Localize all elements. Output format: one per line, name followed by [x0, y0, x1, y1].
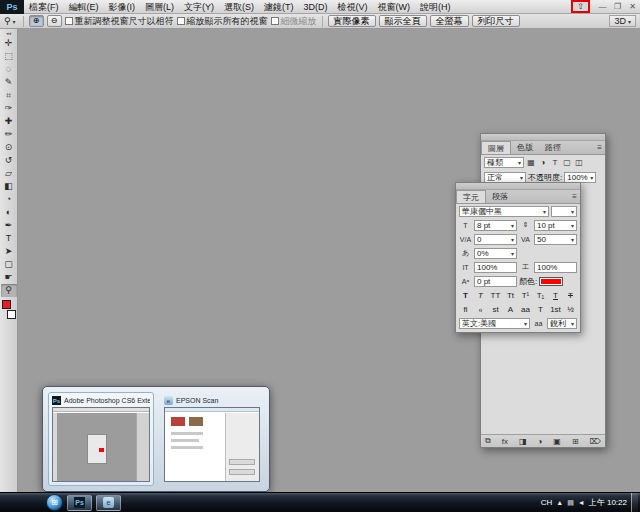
- quick-selection-tool-icon[interactable]: ✎: [1, 76, 17, 89]
- menu-3d[interactable]: 3D(D): [299, 0, 333, 14]
- hand-tool-icon[interactable]: ☛: [1, 271, 17, 284]
- taskbar-button-photoshop[interactable]: Ps: [67, 495, 92, 511]
- show-desktop-button[interactable]: [631, 493, 638, 512]
- resize-windows-checkbox[interactable]: 重新調整視窗尺寸以相符: [65, 15, 174, 28]
- filter-smart-objects-icon[interactable]: ◫: [574, 158, 584, 167]
- zoom-out-mode-button[interactable]: ⊖: [47, 15, 62, 27]
- pen-tool-icon[interactable]: ✒: [1, 219, 17, 232]
- clone-stamp-tool-icon[interactable]: ⊙: [1, 141, 17, 154]
- volume-icon[interactable]: ◄: [578, 499, 585, 506]
- foreground-color-swatch[interactable]: [2, 300, 11, 309]
- layer-style-icon[interactable]: fx: [502, 437, 508, 446]
- brush-tool-icon[interactable]: ✏: [1, 128, 17, 141]
- eyedropper-tool-icon[interactable]: ✑: [1, 102, 17, 115]
- layer-mask-icon[interactable]: ◨: [519, 437, 527, 446]
- photoshop-window-preview[interactable]: [52, 407, 150, 482]
- font-family-dropdown[interactable]: 華康儷中黑: [459, 206, 549, 217]
- tracking-dropdown[interactable]: 50: [534, 234, 577, 245]
- layer-group-icon[interactable]: ▣: [553, 437, 561, 446]
- menu-view[interactable]: 檢視(V): [333, 0, 373, 14]
- filter-adjustment-layers-icon[interactable]: ◑: [538, 158, 548, 167]
- highlighted-launch-icon[interactable]: ⇧: [577, 2, 584, 11]
- print-size-button[interactable]: 列印尺寸: [472, 15, 520, 27]
- crop-tool-icon[interactable]: ⌗: [1, 89, 17, 102]
- new-layer-icon[interactable]: ⊞: [572, 437, 579, 446]
- text-color-swatch[interactable]: [539, 277, 563, 286]
- shape-tool-icon[interactable]: ▢: [1, 258, 17, 271]
- menu-file[interactable]: 檔案(F): [24, 0, 64, 14]
- close-button[interactable]: ✕: [625, 0, 640, 14]
- tsume-dropdown[interactable]: 0%: [474, 248, 517, 259]
- marquee-tool-icon[interactable]: ⬚: [1, 50, 17, 63]
- show-hidden-icons-icon[interactable]: ▲: [556, 499, 563, 506]
- all-caps-button[interactable]: TT: [489, 291, 502, 300]
- anti-alias-dropdown[interactable]: 銳利: [547, 318, 577, 329]
- toolbox-collapse-icon[interactable]: ◂◂: [6, 30, 11, 37]
- language-dropdown[interactable]: 英文:美國: [459, 318, 530, 329]
- lasso-tool-icon[interactable]: ◌: [1, 63, 17, 76]
- panel-drag-bar[interactable]: [481, 134, 605, 141]
- contextual-alternates-button[interactable]: ℴ: [474, 305, 487, 314]
- thumbnail-photoshop[interactable]: Ps Adobe Photoshop CS6 Exten...: [48, 392, 154, 486]
- fill-screen-button[interactable]: 全螢幕: [430, 15, 469, 27]
- zoom-in-mode-button[interactable]: ⊕: [29, 15, 44, 27]
- menu-type[interactable]: 文字(Y): [179, 0, 219, 14]
- stylistic-alternates-button[interactable]: aa: [519, 305, 532, 314]
- gradient-tool-icon[interactable]: ◧: [1, 180, 17, 193]
- background-color-swatch[interactable]: [7, 310, 16, 319]
- healing-brush-tool-icon[interactable]: ✚: [1, 115, 17, 128]
- blur-tool-icon[interactable]: ◔: [1, 193, 17, 206]
- vertical-scale-field[interactable]: 100%: [474, 262, 517, 273]
- taskbar-button-epson-scan[interactable]: e: [96, 495, 121, 511]
- zoom-tool-icon[interactable]: ⚲: [1, 284, 17, 297]
- font-style-dropdown[interactable]: [551, 206, 577, 217]
- dodge-tool-icon[interactable]: ◐: [1, 206, 17, 219]
- link-layers-icon[interactable]: ⧉: [485, 436, 491, 446]
- panel-menu-icon[interactable]: ≡: [569, 190, 580, 203]
- small-caps-button[interactable]: Tt: [504, 291, 517, 300]
- swash-button[interactable]: A: [504, 305, 517, 314]
- clock[interactable]: 上午 10:22: [589, 497, 627, 508]
- actual-pixels-button[interactable]: 實際像素: [328, 15, 376, 27]
- baseline-shift-field[interactable]: 0 pt: [474, 276, 517, 287]
- menu-edit[interactable]: 編輯(E): [64, 0, 104, 14]
- ligatures-button[interactable]: ﬁ: [459, 305, 472, 314]
- underline-button[interactable]: T: [549, 291, 562, 300]
- filter-type-layers-icon[interactable]: T: [550, 158, 560, 167]
- language-indicator[interactable]: CH: [541, 498, 553, 507]
- font-size-dropdown[interactable]: 8 pt: [474, 220, 517, 231]
- tab-paragraph[interactable]: 段落: [486, 190, 514, 203]
- epson-scan-window-preview[interactable]: [164, 407, 260, 482]
- minimize-button[interactable]: —: [595, 0, 610, 14]
- titling-alternates-button[interactable]: T: [534, 305, 547, 314]
- thumbnail-epson-scan[interactable]: e EPSON Scan: [160, 392, 264, 486]
- scrubby-zoom-checkbox[interactable]: 細微縮放: [271, 15, 317, 28]
- ordinals-button[interactable]: 1st: [549, 305, 562, 314]
- panel-menu-icon[interactable]: ≡: [594, 141, 605, 154]
- faux-bold-button[interactable]: T: [459, 291, 472, 300]
- restore-button[interactable]: ❐: [610, 0, 625, 14]
- filter-shape-layers-icon[interactable]: ▢: [562, 158, 572, 167]
- kerning-dropdown[interactable]: 0: [474, 234, 517, 245]
- move-tool-icon[interactable]: ✛: [1, 37, 17, 50]
- tab-layers[interactable]: 圖層: [481, 141, 511, 154]
- menu-layer[interactable]: 圖層(L): [140, 0, 179, 14]
- layer-filter-kind-dropdown[interactable]: 種類: [484, 157, 524, 168]
- panel-drag-bar[interactable]: [456, 183, 580, 190]
- menu-window[interactable]: 視窗(W): [373, 0, 416, 14]
- type-tool-icon[interactable]: T: [1, 232, 17, 245]
- strikethrough-button[interactable]: T: [564, 291, 577, 300]
- tab-channels[interactable]: 色版: [511, 141, 539, 154]
- eraser-tool-icon[interactable]: ▱: [1, 167, 17, 180]
- leading-dropdown[interactable]: 10 pt: [534, 220, 577, 231]
- path-selection-tool-icon[interactable]: ➤: [1, 245, 17, 258]
- discretionary-ligatures-button[interactable]: st: [489, 305, 502, 314]
- menu-image[interactable]: 影像(I): [104, 0, 141, 14]
- horizontal-scale-field[interactable]: 100%: [534, 262, 577, 273]
- menu-help[interactable]: 說明(H): [415, 0, 456, 14]
- subscript-button[interactable]: T₁: [534, 291, 547, 300]
- superscript-button[interactable]: T¹: [519, 291, 532, 300]
- adjustment-layer-icon[interactable]: ◑: [538, 437, 543, 446]
- network-icon[interactable]: ▤: [567, 499, 574, 507]
- menu-select[interactable]: 選取(S): [219, 0, 259, 14]
